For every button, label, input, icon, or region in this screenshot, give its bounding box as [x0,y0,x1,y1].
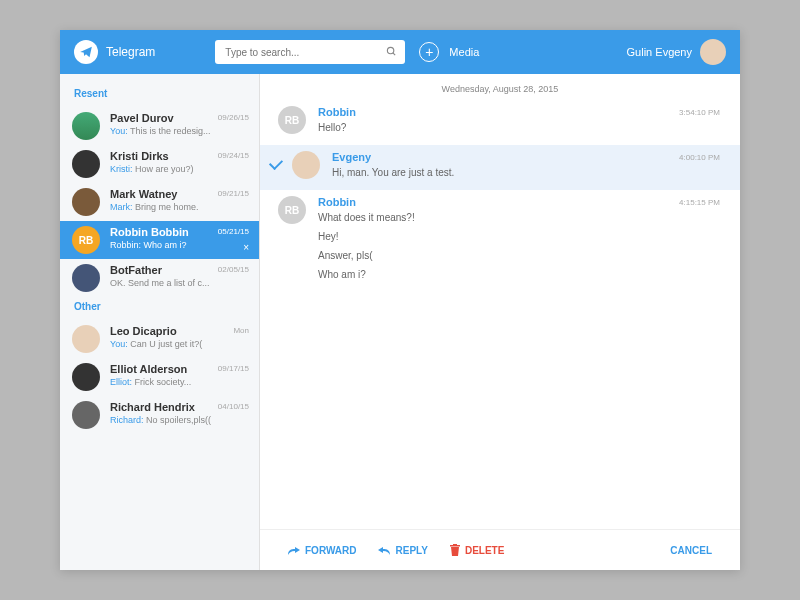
message-time: 4:15:15 PM [679,198,720,207]
header: Telegram + Media Gulin Evgeny [60,30,740,74]
reply-button[interactable]: REPLY [378,545,427,556]
conversation-date: Mon [233,326,249,335]
app-title: Telegram [106,45,155,59]
avatar [72,112,100,140]
message-sender: Evgeny [332,151,722,163]
message-sender: Robbin [318,196,722,208]
sidebar: Resent Pavel DurovYou: This is the redes… [60,74,260,570]
search-input[interactable] [215,40,405,64]
date-header: Wednesday, August 28, 2015 [260,74,740,100]
conversation-preview: Kristi: How are you?) [110,164,247,174]
message-text: What does it means?!Hey!Answer, pls(Who … [318,210,722,282]
message[interactable]: RBRobbinWhat does it means?!Hey!Answer, … [260,190,740,292]
conversation-item[interactable]: BotFatherOK. Send me a list of c...02/05… [60,259,259,297]
conversation-item[interactable]: Mark WatneyMark: Bring me home.09/21/15 [60,183,259,221]
message-sender: Robbin [318,106,722,118]
user-name: Gulin Evgeny [627,46,692,58]
avatar [72,401,100,429]
conversation-preview: Robbin: Who am i? [110,240,247,250]
search-icon [386,43,397,61]
avatar: RB [278,106,306,134]
conversation-preview: You: This is the redesig... [110,126,247,136]
avatar [72,363,100,391]
conversation-preview: You: Can U just get it?( [110,339,247,349]
conversation-item[interactable]: RBRobbin BobbinRobbin: Who am i?05/21/15… [60,221,259,259]
message[interactable]: RBRobbinHello?3:54:10 PM [260,100,740,145]
conversation-date: 05/21/15 [218,227,249,236]
delete-button[interactable]: DELETE [450,544,504,556]
message-text: Hello? [318,120,722,135]
action-bar: FORWARD REPLY DELETE CANCEL [260,529,740,570]
paper-plane-icon [79,45,93,59]
conversation-date: 02/05/15 [218,265,249,274]
body: Resent Pavel DurovYou: This is the redes… [60,74,740,570]
avatar [700,39,726,65]
avatar [292,151,320,179]
message-time: 4:00:10 PM [679,153,720,162]
conversation-item[interactable]: Elliot AldersonElliot: Frick society...0… [60,358,259,396]
avatar [72,264,100,292]
message-time: 3:54:10 PM [679,108,720,117]
search-container [215,40,405,64]
app-window: Telegram + Media Gulin Evgeny Resent Pav… [60,30,740,570]
forward-icon [288,545,300,555]
section-other: Other [60,297,259,320]
media-label[interactable]: Media [449,46,479,58]
conversation-date: 09/24/15 [218,151,249,160]
forward-button[interactable]: FORWARD [288,545,356,556]
conversation-item[interactable]: Leo DicaprioYou: Can U just get it?(Mon [60,320,259,358]
conversation-date: 09/17/15 [218,364,249,373]
avatar [72,150,100,178]
close-icon[interactable]: × [243,242,249,253]
section-resent: Resent [60,84,259,107]
conversation-date: 04/10/15 [218,402,249,411]
cancel-button[interactable]: CANCEL [670,545,712,556]
chat-main: Wednesday, August 28, 2015 RBRobbinHello… [260,74,740,570]
telegram-logo [74,40,98,64]
avatar [72,325,100,353]
conversation-preview: Richard: No spoilers,pls(( [110,415,247,425]
conversation-item[interactable]: Kristi DirksKristi: How are you?)09/24/1… [60,145,259,183]
conversation-item[interactable]: Pavel DurovYou: This is the redesig...09… [60,107,259,145]
conversation-name: Leo Dicaprio [110,325,247,337]
reply-icon [378,545,390,555]
conversation-preview: OK. Send me a list of c... [110,278,247,288]
avatar: RB [72,226,100,254]
svg-point-0 [388,47,394,53]
current-user[interactable]: Gulin Evgeny [627,39,726,65]
conversation-date: 09/21/15 [218,189,249,198]
trash-icon [450,544,460,556]
conversation-preview: Elliot: Frick society... [110,377,247,387]
conversation-preview: Mark: Bring me home. [110,202,247,212]
avatar [72,188,100,216]
message-text: Hi, man. You are just a test. [332,165,722,180]
add-button[interactable]: + [419,42,439,62]
conversation-item[interactable]: Richard HendrixRichard: No spoilers,pls(… [60,396,259,434]
avatar: RB [278,196,306,224]
svg-line-1 [393,53,395,55]
conversation-date: 09/26/15 [218,113,249,122]
message[interactable]: EvgenyHi, man. You are just a test.4:00:… [260,145,740,190]
